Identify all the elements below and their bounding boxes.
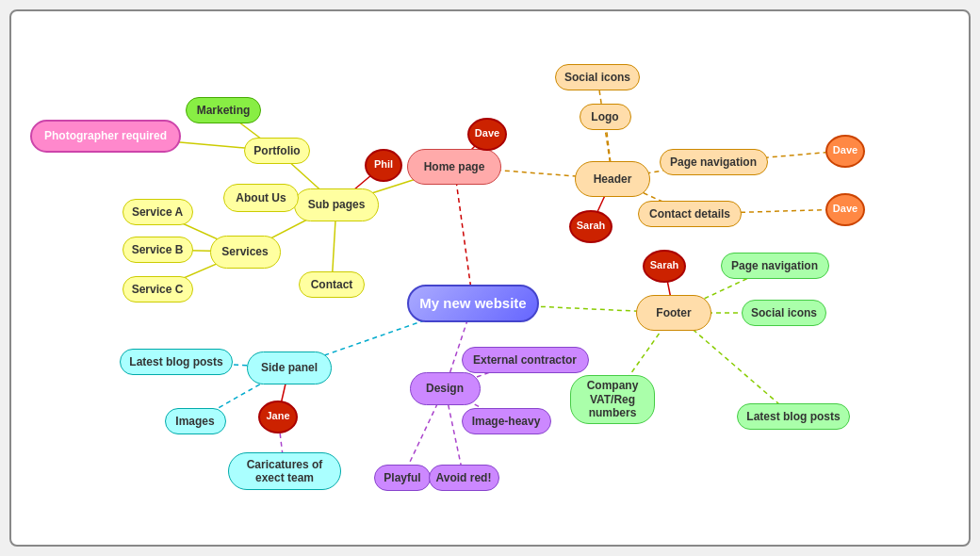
node-avoid_red: Avoid red!: [429, 465, 499, 491]
node-latest_blog_side: Latest blog posts: [120, 349, 233, 375]
node-image_heavy: Image-heavy: [462, 408, 551, 434]
node-playful: Playful: [374, 465, 431, 491]
node-services: Services: [210, 236, 281, 269]
node-contact: Contact: [299, 271, 365, 298]
node-dave_contact: Dave: [825, 193, 865, 226]
node-about_us: About Us: [223, 184, 299, 212]
node-portfolio: Portfolio: [244, 138, 310, 164]
node-service_c: Service C: [122, 276, 193, 303]
node-main: My new website: [407, 285, 539, 322]
node-social_icons_footer: Social icons: [742, 300, 826, 326]
node-caricatures: Caricatures of exect team: [228, 452, 341, 490]
node-page_nav_footer: Page navigation: [721, 253, 829, 279]
node-images: Images: [165, 408, 226, 434]
node-marketing: Marketing: [186, 97, 261, 123]
node-sarah_footer: Sarah: [643, 250, 686, 283]
node-logo: Logo: [580, 104, 631, 130]
node-service_a: Service A: [122, 199, 193, 225]
node-footer: Footer: [636, 295, 711, 331]
node-dave_pagenav: Dave: [825, 135, 865, 168]
node-company_vat: Company VAT/Reg numbers: [570, 375, 655, 424]
node-design: Design: [410, 372, 481, 405]
node-phil: Phil: [365, 149, 402, 182]
node-jane: Jane: [258, 401, 298, 433]
node-social_icons_top: Social icons: [555, 64, 640, 90]
node-contact_details: Contact details: [638, 201, 742, 227]
node-subpages: Sub pages: [294, 188, 379, 221]
node-photographer: Photographer required: [30, 120, 181, 153]
node-page_nav_top: Page navigation: [660, 149, 768, 175]
node-header: Header: [575, 161, 650, 197]
node-homepage: Home page: [407, 149, 501, 185]
node-service_b: Service B: [122, 237, 193, 263]
node-side_panel: Side panel: [247, 352, 332, 384]
node-sarah_header: Sarah: [569, 210, 612, 243]
svg-line-0: [454, 167, 473, 303]
node-external_contractor: External contractor: [462, 347, 589, 373]
mindmap-canvas: My new websiteHome pageSub pagesAbout Us…: [9, 9, 971, 547]
node-dave_top: Dave: [467, 118, 507, 151]
node-latest_blog_footer: Latest blog posts: [737, 403, 850, 430]
